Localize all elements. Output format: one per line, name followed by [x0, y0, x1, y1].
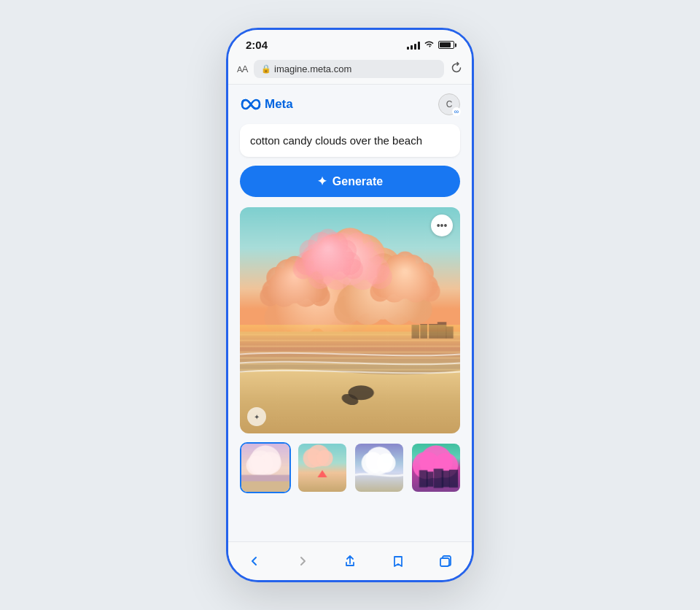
- forward-button[interactable]: [291, 549, 314, 573]
- prompt-section: cotton candy clouds over the beach: [228, 121, 472, 166]
- tabs-button[interactable]: [434, 549, 457, 573]
- sparkle-icon: ✦: [317, 174, 327, 188]
- thumbnail-1[interactable]: [240, 442, 291, 493]
- generate-section: ✦ Generate: [228, 166, 472, 207]
- thumbnail-4[interactable]: [411, 442, 462, 493]
- browser-nav: [228, 541, 472, 580]
- status-icons: [407, 40, 454, 50]
- status-bar: 2:04: [228, 30, 472, 55]
- main-image-container[interactable]: ••• ✦: [240, 207, 460, 433]
- bookmarks-button[interactable]: [386, 549, 410, 573]
- image-menu-button[interactable]: •••: [431, 215, 453, 236]
- user-avatar[interactable]: C ∞: [438, 93, 460, 115]
- avatar-infinity-icon: ∞: [452, 107, 461, 116]
- thumbnail-3[interactable]: [354, 442, 405, 493]
- meta-header: Meta C ∞: [228, 85, 472, 121]
- phone-frame: 2:04 AA: [226, 28, 474, 582]
- url-text: imagine.meta.com: [274, 63, 351, 74]
- prompt-text: cotton candy clouds over the beach: [250, 134, 422, 147]
- status-time: 2:04: [246, 39, 268, 51]
- thumb-canvas-1: [241, 444, 289, 492]
- svg-rect-0: [440, 558, 449, 566]
- generate-label: Generate: [332, 175, 383, 188]
- prompt-input[interactable]: cotton candy clouds over the beach: [240, 124, 460, 157]
- watermark-icon: ✦: [247, 407, 266, 426]
- generate-button[interactable]: ✦ Generate: [240, 166, 460, 197]
- share-button[interactable]: [338, 549, 362, 573]
- main-image-section: ••• ✦: [228, 207, 472, 439]
- browser-bar: AA 🔒 imagine.meta.com: [228, 55, 472, 85]
- battery-icon: [438, 41, 454, 49]
- meta-logo: Meta: [240, 97, 293, 112]
- thumb-canvas-3: [355, 444, 403, 492]
- thumbnail-2[interactable]: [297, 442, 348, 493]
- thumbnails-section: [228, 439, 472, 502]
- wifi-icon: [424, 40, 435, 50]
- refresh-button[interactable]: [450, 61, 463, 77]
- browser-aa-button[interactable]: AA: [237, 63, 248, 74]
- signal-icon: [407, 41, 420, 50]
- meta-label: Meta: [265, 97, 293, 112]
- thumb-canvas-2: [298, 444, 346, 492]
- thumb-canvas-4: [412, 444, 460, 492]
- lock-icon: 🔒: [261, 64, 271, 74]
- back-button[interactable]: [243, 549, 266, 573]
- app-content: Meta C ∞ cotton candy clouds over the be…: [228, 85, 472, 541]
- url-bar[interactable]: 🔒 imagine.meta.com: [254, 60, 444, 78]
- main-image-canvas: [240, 207, 460, 433]
